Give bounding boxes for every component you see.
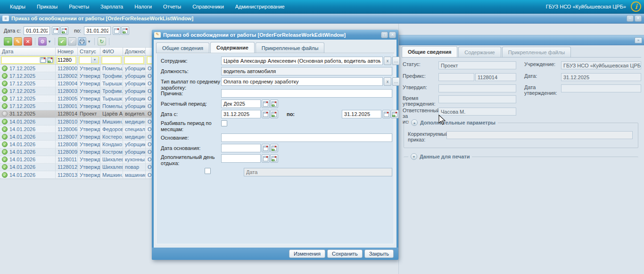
- pay-type-field[interactable]: [221, 77, 383, 86]
- lookup-icon[interactable]: …: [392, 57, 400, 65]
- calendar-icon[interactable]: [262, 110, 270, 118]
- calendar-go-icon[interactable]: [391, 110, 399, 118]
- calendar-icon[interactable]: [262, 154, 270, 163]
- approve-icon[interactable]: ✔: [58, 37, 66, 46]
- cell-fio: Костром...: [100, 149, 123, 156]
- add-icon[interactable]: ＋: [4, 37, 12, 46]
- calendar-go-icon[interactable]: [60, 26, 68, 35]
- calendar-icon[interactable]: [262, 100, 270, 108]
- tab-obschie-svedeniya[interactable]: Общие сведения: [402, 46, 457, 57]
- menu-item-7[interactable]: Администрирование: [230, 2, 290, 11]
- menu-item-6[interactable]: Справочники: [187, 2, 229, 11]
- cell-number: 1128011: [56, 156, 78, 163]
- list-window-titlebar: ≡ Приказ об освобождении от работы [Orde…: [0, 14, 644, 24]
- toolbar-separator: [94, 38, 95, 45]
- date-disabled-field: [244, 168, 392, 176]
- column-header-fio[interactable]: ФИО: [100, 48, 123, 55]
- position-label: Должность:: [161, 67, 221, 75]
- filter-position-input[interactable]: [125, 57, 143, 63]
- menu-item-1[interactable]: Приказы: [32, 2, 63, 11]
- expand-fieldset-icon[interactable]: ▼: [411, 153, 417, 160]
- close-button[interactable]: Закрыть: [364, 249, 394, 258]
- basis-field[interactable]: [221, 133, 392, 142]
- split-by-month-checkbox[interactable]: [221, 120, 227, 126]
- date-from-input[interactable]: [24, 26, 50, 35]
- print-icon[interactable]: [78, 37, 86, 46]
- tab-prikreplennye-fajly[interactable]: Прикрепленные файлы: [256, 42, 325, 53]
- calendar-go-icon[interactable]: [47, 57, 53, 63]
- column-header-status[interactable]: Статус: [78, 48, 100, 55]
- calc-period-field[interactable]: [221, 100, 261, 108]
- menubar-right: ГБУЗ НСО «Куйбышевская ЦРБ» i: [546, 1, 644, 12]
- tab-soderzhanie[interactable]: Содержание: [210, 42, 255, 53]
- menu-item-4[interactable]: Налоги: [129, 2, 157, 11]
- menu-item-2[interactable]: Расчеты: [64, 2, 94, 11]
- calendar-go-icon[interactable]: [270, 154, 278, 163]
- correcting-order-value: [446, 131, 633, 139]
- tab-prikreplennye-fajly[interactable]: Прикрепленные файлы: [502, 47, 571, 57]
- close-icon[interactable]: ×: [389, 32, 396, 38]
- chevron-down-icon[interactable]: ▼: [91, 57, 98, 63]
- filter-number-input[interactable]: [58, 57, 75, 63]
- clear-icon[interactable]: x: [384, 77, 391, 86]
- clear-icon[interactable]: x: [384, 57, 391, 65]
- column-header-number[interactable]: Номер: [56, 48, 78, 55]
- refresh-icon[interactable]: ↻: [98, 37, 106, 46]
- calendar-icon[interactable]: [382, 110, 390, 118]
- employee-field[interactable]: [221, 57, 383, 65]
- date-from-field[interactable]: [221, 110, 261, 118]
- chevron-down-icon[interactable]: ▼: [48, 40, 51, 44]
- basis-date-calendar-icons: [262, 144, 278, 152]
- lookup-icon[interactable]: …: [392, 77, 400, 86]
- edit-icon[interactable]: ✎: [14, 37, 22, 46]
- toolbar-separator: [35, 38, 35, 45]
- calendar-go-icon[interactable]: [270, 144, 278, 152]
- basis-date-field[interactable]: [221, 144, 261, 152]
- toolbar-separator: [109, 38, 109, 45]
- calendar-icon[interactable]: [262, 144, 270, 152]
- date-value: 31.12.2025: [561, 73, 641, 81]
- filter-status-input[interactable]: [80, 57, 91, 63]
- basis-date-label: Дата основания:: [161, 144, 221, 151]
- unnamed-checkbox[interactable]: [205, 168, 211, 174]
- minimize-icon[interactable]: −: [627, 15, 634, 22]
- filter-fio-input[interactable]: [102, 57, 121, 63]
- cell-position: медицин...: [123, 118, 146, 125]
- calendar-go-icon[interactable]: [121, 26, 129, 35]
- cell-number: 1128014: [56, 110, 78, 117]
- collapse-fieldset-icon[interactable]: ▲: [411, 119, 418, 126]
- menu-item-5[interactable]: Отчеты: [158, 2, 186, 11]
- menu-item-3[interactable]: Зарплата: [95, 2, 128, 11]
- column-header-position[interactable]: Должнос...: [123, 48, 146, 55]
- tab-obschie-svedeniya[interactable]: Общие сведения: [156, 42, 209, 53]
- settings-icon[interactable]: ⚙: [38, 37, 47, 46]
- chevron-down-icon[interactable]: ▼: [87, 40, 91, 44]
- date-to-input[interactable]: [84, 26, 111, 35]
- filter-date-input[interactable]: [2, 57, 40, 63]
- tab-soderzhanie[interactable]: Содержание: [458, 47, 501, 57]
- info-icon[interactable]: i: [631, 1, 641, 12]
- calendar-go-icon[interactable]: [270, 110, 278, 118]
- status-check-icon: ✓: [2, 88, 8, 94]
- date-to-field[interactable]: [342, 110, 381, 118]
- cell-number: 1128003: [56, 87, 78, 94]
- maximize-icon[interactable]: □: [381, 32, 388, 38]
- calendar-icon[interactable]: [40, 57, 46, 63]
- delete-icon[interactable]: ✕: [24, 37, 32, 46]
- column-header-date[interactable]: Дата: [0, 48, 56, 55]
- calendar-icon[interactable]: [113, 26, 121, 35]
- cell-status: Утвержд...: [78, 156, 100, 163]
- save-button[interactable]: Сохранить: [327, 249, 363, 258]
- extra-day-field[interactable]: [221, 154, 261, 163]
- unapprove-icon[interactable]: ✔: [68, 37, 76, 46]
- changes-button[interactable]: Изменения: [289, 249, 325, 258]
- menu-item-0[interactable]: Кадры: [5, 2, 31, 11]
- cell-status: Проект: [78, 110, 100, 117]
- collapse-panel-icon[interactable]: »: [635, 37, 642, 43]
- cell-status: Утвержд...: [78, 80, 100, 87]
- calendar-go-icon[interactable]: [270, 100, 278, 108]
- reason-field[interactable]: [221, 89, 392, 98]
- cell-number: 1128006: [56, 125, 78, 133]
- close-icon[interactable]: ×: [635, 15, 642, 22]
- calendar-icon[interactable]: [52, 26, 60, 35]
